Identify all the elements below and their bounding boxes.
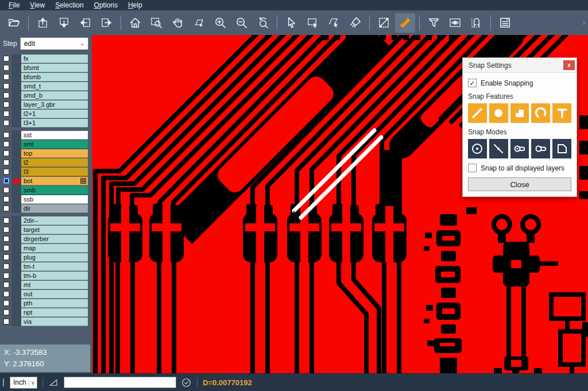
snap-all-layers-row[interactable]: Snap to all displayed layers — [468, 164, 571, 172]
layer-row-via[interactable]: via — [0, 317, 90, 326]
pan-down-button[interactable] — [54, 13, 74, 33]
layer-visibility-checkbox[interactable] — [3, 254, 10, 261]
layer-row-map[interactable]: map — [0, 243, 90, 253]
layer-name-cell[interactable]: via — [21, 318, 88, 326]
layer-name-cell[interactable]: dirgerber — [21, 235, 88, 243]
layer-visibility-checkbox[interactable] — [3, 168, 10, 175]
menu-item-options[interactable]: Options — [89, 1, 123, 10]
layer-row-fx[interactable]: fx — [0, 54, 90, 63]
snap-pad-button[interactable] — [489, 103, 508, 123]
layer-name-cell[interactable]: dir — [21, 204, 88, 213]
layer-visibility-checkbox[interactable] — [3, 205, 10, 212]
layer-visibility-checkbox[interactable] — [3, 281, 10, 288]
brush-button[interactable] — [345, 13, 365, 33]
layer-name-cell[interactable]: fx — [21, 55, 88, 63]
dialog-close-button[interactable]: Close — [468, 177, 571, 191]
layer-name-cell[interactable]: npt — [21, 308, 88, 317]
layer-row-smb[interactable]: smb — [0, 185, 90, 195]
layer-name-cell[interactable]: smd_t — [21, 82, 88, 91]
layer-name-cell[interactable]: l2+1 — [21, 110, 88, 118]
layer-row-l2[interactable]: l2 — [0, 158, 90, 167]
enable-snapping-row[interactable]: ✓ Enable Snapping — [468, 79, 571, 87]
layer-name-cell[interactable]: smd_b — [21, 91, 88, 100]
layer-name-cell[interactable]: sst — [21, 131, 88, 140]
layer-visibility-checkbox[interactable] — [3, 64, 10, 71]
pan-right-button[interactable] — [96, 13, 117, 33]
layer-name-cell[interactable]: l3 — [21, 168, 88, 176]
open-button[interactable] — [4, 13, 24, 33]
layer-visibility-checkbox[interactable] — [3, 318, 10, 325]
layer-row-tm-b[interactable]: tm-b — [0, 271, 90, 280]
measure-line-button[interactable] — [374, 13, 394, 33]
zoom-polygon-button[interactable] — [189, 13, 209, 33]
menu-item-selection[interactable]: Selection — [50, 1, 88, 10]
layer-name-cell[interactable]: out — [21, 290, 88, 299]
layer-name-cell[interactable]: pth — [21, 299, 88, 308]
layer-visibility-checkbox[interactable] — [3, 291, 10, 297]
layer-visibility-checkbox[interactable] — [3, 226, 10, 233]
layer-row-npt[interactable]: npt — [0, 308, 90, 317]
snap-corner-button[interactable] — [552, 139, 571, 158]
layer-row-l2+1[interactable]: l2+1 — [0, 109, 90, 118]
layer-visibility-checkbox[interactable] — [3, 119, 10, 126]
snap-arc-button[interactable] — [531, 103, 550, 123]
pcb-canvas[interactable]: Snap Settings x ✓ Enable Snapping Snap F… — [90, 35, 588, 373]
step-select[interactable]: edit ⌄ — [20, 37, 88, 50]
pan-left-button[interactable] — [75, 13, 95, 33]
layer-name-cell[interactable]: bfsmt — [21, 64, 88, 72]
layers-form-button[interactable] — [495, 13, 515, 33]
zoom-out-button[interactable] — [231, 13, 252, 33]
menu-item-view[interactable]: View — [25, 1, 50, 10]
layer-visibility-checkbox[interactable] — [3, 177, 10, 184]
layer-name-cell[interactable]: smb — [21, 186, 88, 195]
layer-row-2dir--[interactable]: 2dir-- — [0, 216, 90, 225]
view-window-button[interactable] — [445, 13, 465, 33]
layer-name-cell[interactable]: l3+1 — [21, 119, 88, 127]
pan-button[interactable] — [168, 13, 188, 33]
select-rectangle-button[interactable] — [303, 13, 323, 33]
layer-row-l3[interactable]: l3 — [0, 167, 90, 176]
layer-name-cell[interactable]: map — [21, 244, 88, 253]
select-button[interactable] — [281, 13, 301, 33]
layer-visibility-checkbox[interactable] — [3, 141, 10, 148]
confirm-icon[interactable] — [181, 377, 192, 388]
menu-item-file[interactable]: File — [3, 1, 25, 10]
snap-text-button[interactable] — [552, 103, 571, 123]
unit-select[interactable]: Inch ∨ — [10, 377, 37, 389]
dialog-title-bar[interactable]: Snap Settings x — [463, 58, 577, 73]
zoom-home-button[interactable] — [125, 13, 145, 33]
zoom-window-button[interactable] — [146, 13, 167, 33]
layer-row-top[interactable]: top — [0, 149, 90, 158]
layer-name-cell[interactable]: ssb — [21, 195, 88, 204]
layer-name-cell[interactable]: layer_3.gbr — [21, 100, 88, 109]
layer-visibility-checkbox[interactable] — [3, 263, 10, 270]
layer-row-sst[interactable]: sst — [0, 130, 90, 140]
layer-row-target[interactable]: target — [0, 225, 90, 234]
layer-row-ssb[interactable]: ssb — [0, 195, 90, 204]
layer-row-bot[interactable]: bot — [0, 176, 90, 185]
layer-visibility-checkbox[interactable] — [3, 196, 10, 203]
layer-name-cell[interactable]: plug — [21, 253, 88, 262]
layer-row-l3+1[interactable]: l3+1 — [0, 118, 90, 127]
layer-row-smd_t[interactable]: smd_t — [0, 82, 90, 91]
menu-item-help[interactable]: Help — [123, 1, 148, 10]
snap-closest-button[interactable] — [489, 139, 508, 158]
layer-name-cell[interactable]: bfsmb — [21, 73, 88, 82]
layer-name-cell[interactable]: tm-b — [21, 272, 88, 280]
snap-all-layers-checkbox[interactable] — [468, 164, 477, 172]
layer-row-layer_3.gbr[interactable]: layer_3.gbr — [0, 100, 90, 109]
layer-visibility-checkbox[interactable] — [3, 300, 10, 307]
layer-row-dir[interactable]: dir — [0, 204, 90, 213]
angle-icon[interactable] — [48, 377, 59, 388]
filter-button[interactable] — [424, 13, 444, 33]
toolbar-overflow-icon[interactable]: › — [583, 18, 585, 27]
layer-row-dirgerber[interactable]: dirgerber — [0, 234, 90, 243]
layer-visibility-checkbox[interactable] — [3, 83, 10, 90]
layer-name-cell[interactable]: bot — [21, 177, 88, 185]
layer-name-cell[interactable]: l2 — [21, 158, 88, 167]
layer-name-cell[interactable]: top — [21, 149, 88, 158]
layer-visibility-checkbox[interactable] — [3, 73, 10, 80]
layer-visibility-checkbox[interactable] — [3, 217, 10, 224]
layer-name-cell[interactable]: 2dir-- — [21, 216, 88, 225]
layer-row-plug[interactable]: plug — [0, 253, 90, 262]
